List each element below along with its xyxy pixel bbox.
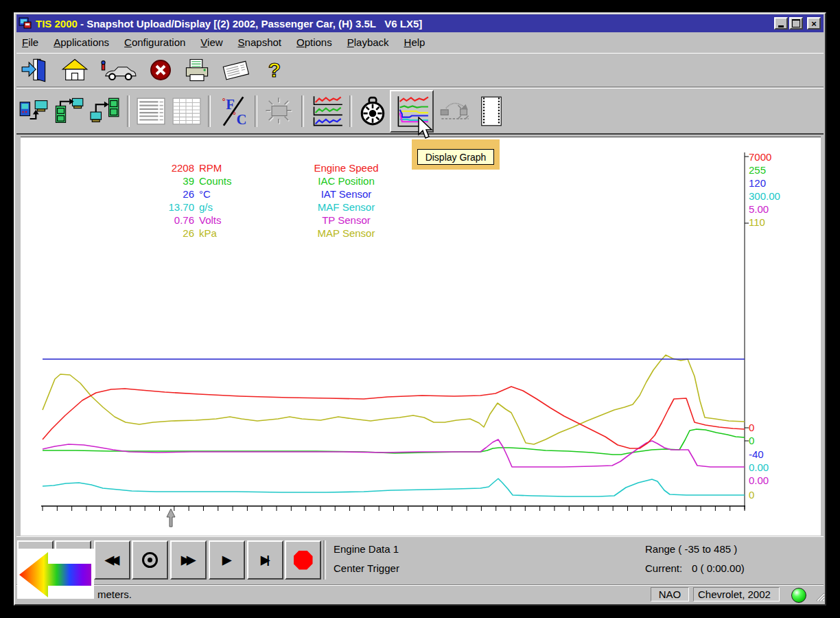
exit-button[interactable]: [16, 57, 52, 83]
status-vehicle: Chevrolet, 2002: [693, 587, 780, 602]
exit-door-icon: [20, 57, 49, 83]
jump-to-end-button[interactable]: ▶|: [247, 540, 283, 580]
upload-from-tool-button[interactable]: [16, 98, 51, 125]
vehicle-select-button[interactable]: [96, 58, 139, 82]
record-icon: [142, 552, 158, 568]
app-title: - Snapshot Upload/Display [(2) 2002, Pas…: [78, 18, 422, 30]
multi-graph-button[interactable]: [307, 95, 346, 128]
range-label: Range ( -35 to 485 ): [645, 543, 737, 555]
documents-button[interactable]: [218, 57, 254, 83]
minimize-icon: [778, 25, 784, 27]
film-page-icon: [476, 95, 506, 127]
toolbar-separator: [127, 95, 130, 127]
legend-unit: Counts: [199, 175, 232, 187]
mouse-cursor: [416, 117, 436, 144]
grid-view-button[interactable]: [169, 96, 205, 126]
cabinet-to-pc-icon: [53, 97, 84, 126]
menu-item-help[interactable]: Help: [399, 35, 431, 49]
play-button[interactable]: ▶: [209, 540, 245, 580]
fast-forward-button[interactable]: ▶▶: [170, 540, 207, 580]
transfer-icon: [439, 96, 471, 126]
printer-icon: [183, 57, 211, 83]
toolbar-separator: [255, 95, 257, 127]
list-view-icon: [135, 96, 167, 126]
current-label: Current:: [645, 562, 682, 574]
stop-button[interactable]: [285, 540, 321, 580]
maximize-button[interactable]: [789, 17, 803, 30]
status-region: NAO: [651, 587, 689, 602]
legend-param-name: IAT Sensor: [283, 188, 410, 201]
axis-max-label: 5.00: [749, 203, 769, 215]
gauge-display-button[interactable]: [355, 95, 390, 127]
store-to-pc-button[interactable]: [51, 97, 86, 126]
close-button[interactable]: ×: [807, 17, 821, 30]
playback-glyph: ◀◀: [105, 553, 119, 567]
app-title-brand: TIS 2000: [36, 18, 78, 30]
axis-max-label: 300.00: [749, 190, 780, 202]
help-button[interactable]: ?: [261, 58, 288, 82]
flash-codes-button[interactable]: [261, 96, 298, 126]
new-page-button[interactable]: [474, 95, 509, 127]
home-button[interactable]: [58, 57, 92, 83]
svg-text:°: °: [222, 97, 226, 106]
tooltip: Display Graph: [417, 149, 494, 165]
axis-min-label: 0.00: [749, 474, 769, 486]
legend-value: 26: [136, 227, 194, 240]
stop-x-icon: [148, 58, 173, 82]
temperature-units-button[interactable]: ° F ° C: [214, 95, 251, 127]
list-view-button[interactable]: [133, 96, 169, 126]
toolbar-separator: [349, 95, 352, 127]
main-toolbar: ?: [16, 53, 824, 87]
axis-max-label: 255: [749, 164, 766, 176]
menu-item-applications[interactable]: Applications: [48, 35, 115, 49]
title-bar: TIS 2000 - Snapshot Upload/Display [(2) …: [16, 14, 824, 32]
annotation-overlay: [17, 549, 94, 599]
help-icon: ?: [264, 58, 285, 82]
legend-unit: RPM: [199, 162, 222, 174]
legend-param-name: IAC Position: [283, 175, 410, 187]
gauge-icon: [358, 95, 387, 127]
axis-min-label: 0: [749, 435, 754, 446]
axis-min-label: 0: [749, 422, 754, 433]
transfer-snapshot-button[interactable]: [436, 96, 474, 126]
minimize-button[interactable]: [774, 17, 788, 30]
legend-unit: kPa: [199, 227, 217, 240]
legend-param-name: MAF Sensor: [283, 201, 410, 214]
menu-item-view[interactable]: View: [195, 35, 228, 49]
legend-param-name: Engine Speed: [283, 162, 410, 174]
playback-glyph: ▶▶: [181, 553, 196, 567]
menu-item-file[interactable]: File: [16, 35, 44, 49]
axis-min-label: 0.00: [749, 461, 769, 473]
legend-value: 13.70: [136, 201, 194, 214]
menu-item-options[interactable]: Options: [291, 35, 338, 49]
close-icon: ×: [811, 19, 817, 29]
legend-unit: Volts: [199, 214, 222, 227]
home-icon: [61, 57, 89, 83]
legend-unit: °C: [199, 188, 211, 201]
grid-view-icon: [171, 96, 202, 126]
stop-session-button[interactable]: [145, 58, 176, 82]
legend-value: 0.76: [136, 214, 194, 227]
archive-snapshot-button[interactable]: [86, 97, 124, 126]
app-icon: [19, 17, 32, 30]
rewind-button[interactable]: ◀◀: [94, 540, 130, 580]
menu-item-configuration[interactable]: Configuration: [119, 35, 191, 49]
trigger-type: Center Trigger: [334, 562, 399, 574]
menu-item-playback[interactable]: Playback: [342, 35, 395, 49]
record-button[interactable]: [132, 540, 168, 580]
documents-icon: [220, 57, 252, 83]
menu-item-snapshot[interactable]: Snapshot: [233, 35, 287, 49]
rainbow-back-arrow-icon: [17, 549, 94, 599]
tool-to-pc-icon: [19, 98, 49, 125]
legend-unit: g/s: [199, 201, 213, 214]
axis-min-label: -40: [749, 448, 764, 460]
playback-glyph: ▶|: [261, 553, 270, 567]
fahrenheit-celsius-icon: ° F ° C: [216, 95, 249, 127]
print-button[interactable]: [181, 57, 213, 83]
toolbar-separator: [301, 95, 304, 127]
resize-grip[interactable]: [814, 591, 825, 602]
menu-bar: FileApplicationsConfigurationViewSnapsho…: [16, 33, 824, 52]
maximize-icon: [792, 19, 800, 27]
svg-text:?: ?: [268, 58, 281, 81]
svg-text:°: °: [233, 110, 236, 119]
